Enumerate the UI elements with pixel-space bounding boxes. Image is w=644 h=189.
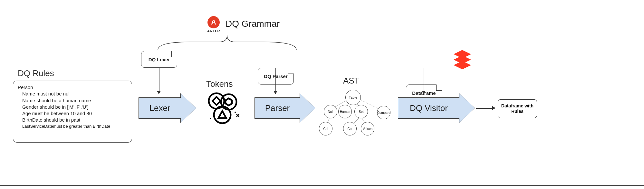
output-label: Dataframe with Rules xyxy=(498,103,537,114)
rule-item: BirthDate should be in past xyxy=(18,117,127,123)
rule-item: Name must not be null xyxy=(18,91,127,97)
connector-line xyxy=(424,68,424,91)
rule-item: Name should be a human name xyxy=(18,97,127,104)
output-box: Dataframe with Rules xyxy=(498,99,537,118)
brace-icon xyxy=(151,32,303,52)
diagram-canvas: DQ Rules Person Name must not be null Na… xyxy=(0,0,644,189)
rule-item: Gender should be in ['M','F','U'] xyxy=(18,104,127,110)
parser-label: Parser xyxy=(265,103,290,113)
databricks-logo-icon xyxy=(451,48,474,71)
ast-node: Set xyxy=(354,105,368,118)
grammar-title: DQ Grammar xyxy=(226,19,280,29)
ast-node-root: Table xyxy=(345,90,361,105)
parser-stage-arrow: Parser xyxy=(255,94,315,123)
svg-point-9 xyxy=(210,118,211,119)
ast-node: Null xyxy=(324,105,337,118)
arrow-right-icon xyxy=(492,106,495,110)
antlr-logo-icon: A ANTLR xyxy=(206,16,222,33)
connector-line xyxy=(476,108,492,109)
connector-line xyxy=(275,68,276,91)
svg-marker-5 xyxy=(218,111,226,118)
ast-node: Values xyxy=(361,122,374,135)
lexer-stage-arrow: Lexer xyxy=(139,94,196,123)
ast-node: Col xyxy=(319,122,332,135)
connector-line xyxy=(159,68,159,91)
rule-item: LastServiceDatemust be greater than Birt… xyxy=(18,124,127,129)
lexer-callout: DQ Lexer xyxy=(141,51,177,68)
visitor-label: DQ Visitor xyxy=(410,103,448,113)
ast-label: AST xyxy=(343,76,360,86)
tokens-label: Tokens xyxy=(206,79,233,89)
rules-entity: Person xyxy=(18,84,127,91)
svg-marker-19 xyxy=(454,61,471,69)
rules-box: Person Name must not be null Name should… xyxy=(13,81,132,143)
tokens-icon xyxy=(203,90,242,125)
svg-point-4 xyxy=(214,106,231,123)
ast-node: Compare xyxy=(377,106,390,119)
rules-title: DQ Rules xyxy=(18,68,54,78)
lexer-callout-label: DQ Lexer xyxy=(149,57,170,62)
antlr-circle-icon: A xyxy=(207,16,220,28)
svg-point-6 xyxy=(235,112,236,113)
svg-point-2 xyxy=(221,94,236,110)
ast-node: Human xyxy=(338,105,352,118)
svg-marker-3 xyxy=(226,98,232,105)
visitor-stage-arrow: DQ Visitor xyxy=(398,94,475,123)
svg-rect-1 xyxy=(212,97,220,105)
lexer-label: Lexer xyxy=(149,103,170,113)
divider-line xyxy=(0,185,644,186)
ast-node: Col xyxy=(343,122,357,135)
rule-item: Age must be between 10 and 80 xyxy=(18,110,127,117)
ast-tree: Table Null Human Set Compare Col Col Val… xyxy=(319,87,390,139)
